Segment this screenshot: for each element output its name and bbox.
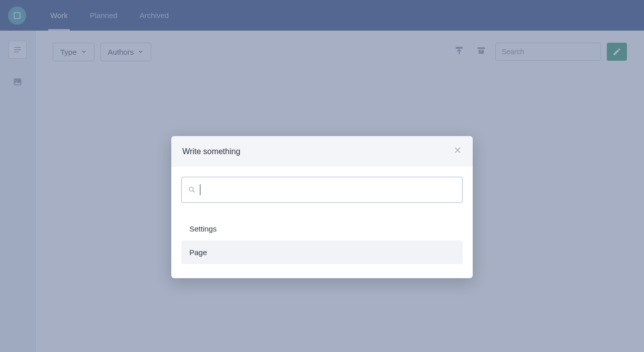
modal-search[interactable]: [181, 177, 463, 203]
modal-header: Write something: [171, 136, 473, 167]
close-icon[interactable]: [454, 146, 462, 157]
modal-options: Settings Page: [181, 217, 463, 264]
write-modal: Write something Settings Page: [171, 136, 473, 278]
modal-title: Write something: [182, 147, 240, 156]
option-settings[interactable]: Settings: [181, 217, 463, 241]
option-page[interactable]: Page: [181, 241, 463, 264]
modal-overlay[interactable]: Write something Settings Page: [0, 0, 644, 352]
